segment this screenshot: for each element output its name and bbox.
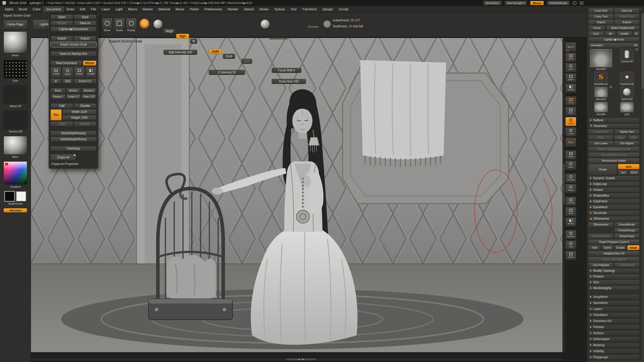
paste-tool-button[interactable]: Paste Tool bbox=[614, 14, 639, 19]
claypolish-section[interactable]: ClayPolish bbox=[588, 199, 639, 204]
xpose-button[interactable]: Xpose bbox=[565, 251, 576, 260]
rstr-button[interactable]: Rstr bbox=[628, 135, 639, 140]
doc-zoom-out-button[interactable]: Out bbox=[62, 79, 73, 84]
rotate-button[interactable]: Rotate bbox=[565, 184, 576, 193]
position-section[interactable]: Position bbox=[588, 274, 639, 279]
masking-section[interactable]: Masking bbox=[588, 343, 639, 348]
modify-topology-section[interactable]: Modify Topology bbox=[588, 268, 639, 273]
color-density-slider[interactable]: ColorDensity bbox=[614, 262, 639, 267]
zcut-toggle[interactable]: Zcut bbox=[242, 59, 252, 64]
arraymesh-section[interactable]: ArrayMesh bbox=[588, 294, 639, 299]
spix-slider[interactable]: SPix 3 bbox=[565, 42, 576, 52]
doc-delete-depth-button[interactable]: DeleteDepthHistory bbox=[51, 137, 96, 142]
doc-scroll-button[interactable]: Scroll bbox=[51, 67, 61, 78]
rgb-intensity-slider[interactable]: Rgb Intensity 100 bbox=[164, 50, 197, 55]
clone-button[interactable]: Clone bbox=[588, 25, 605, 30]
doc-save-as-startup-button[interactable]: Save As Startup Doc bbox=[51, 51, 96, 56]
dynamesh-section[interactable]: DynaMesh bbox=[588, 205, 639, 210]
tool-import-button[interactable]: Import bbox=[588, 20, 614, 25]
doc-zoom-slider[interactable]: Zoom 0.1 bbox=[74, 79, 96, 84]
doc-wsize-button[interactable]: WSize bbox=[83, 61, 96, 66]
default-zscript-button[interactable]: DefaultZScript bbox=[547, 1, 570, 5]
size-section[interactable]: Size bbox=[588, 280, 639, 285]
make-polymesh3d-button[interactable]: Make PolyMesh3D bbox=[606, 25, 639, 30]
solo-toggle[interactable]: Solo bbox=[565, 240, 576, 250]
qxyz-button[interactable]: Qxyz bbox=[565, 138, 576, 147]
tool-thumb-cylinder3d[interactable] bbox=[620, 49, 634, 60]
doc-zoom-button[interactable]: Zoom bbox=[62, 67, 73, 78]
menu-preferences[interactable]: Preferences bbox=[202, 6, 225, 12]
doc-range-slider[interactable]: Range 0 bbox=[51, 94, 65, 99]
quicksave-button[interactable]: QuickSave bbox=[483, 1, 502, 5]
main-color-swatch[interactable] bbox=[5, 191, 15, 201]
menu-document[interactable]: Document bbox=[43, 6, 64, 12]
material-circle-icon[interactable] bbox=[573, 1, 577, 5]
move-gyro-strip-button[interactable]: Move bbox=[565, 161, 576, 170]
doc-import-button[interactable]: Import bbox=[51, 36, 73, 41]
higher-res-button[interactable]: Higher Res bbox=[614, 129, 639, 134]
tool-thumb-polymesh3d[interactable]: ★ bbox=[620, 72, 634, 82]
del-higher-button[interactable]: Del Higher bbox=[614, 141, 639, 146]
load-tool-button[interactable]: Load Tool bbox=[588, 8, 614, 13]
m-toggle[interactable]: M bbox=[190, 39, 197, 44]
texture-thumbnail[interactable] bbox=[4, 111, 27, 129]
menu-transform[interactable]: Transform bbox=[299, 6, 319, 12]
divide-button[interactable]: Divide bbox=[588, 164, 617, 175]
doc-save-button[interactable]: Save bbox=[74, 15, 97, 20]
sculpt-viewport[interactable]: Export Screen Grab bbox=[31, 38, 563, 352]
doc-zapplink-button[interactable]: ZAppLink bbox=[51, 154, 76, 161]
deformation-section[interactable]: Deformation bbox=[588, 337, 639, 342]
alternate-button[interactable]: Alternate bbox=[4, 208, 27, 212]
tool-thumb-simplebrush[interactable]: S bbox=[594, 72, 608, 82]
see-through-slider[interactable]: See-through 0 bbox=[505, 1, 527, 5]
scale-gyro-button[interactable] bbox=[114, 18, 125, 29]
doc-paintstop-button[interactable]: PaintStop bbox=[51, 146, 96, 151]
doc-width-slider[interactable]: Width 2119 bbox=[62, 109, 96, 114]
zremesher-section[interactable]: ZRemesher bbox=[588, 216, 639, 221]
current-tool-button[interactable]: shurdak2. 49 bbox=[588, 43, 639, 48]
doc-zoom-in-button[interactable]: In bbox=[51, 79, 61, 84]
convert-bpr-button[interactable]: Convert BPR To Geo bbox=[588, 152, 639, 157]
copy-tool-button[interactable]: Copy Tool bbox=[588, 14, 614, 19]
goz-button[interactable]: GoZ bbox=[588, 31, 604, 36]
menu-marker[interactable]: Marker bbox=[140, 6, 155, 12]
current-brush-thumbnail[interactable] bbox=[4, 31, 27, 53]
adapt-toggle[interactable]: Adapt bbox=[627, 245, 640, 250]
doc-new-document-button[interactable]: New Document bbox=[51, 61, 82, 66]
gear-icon[interactable] bbox=[322, 19, 332, 29]
panel-scroll-handle[interactable] bbox=[642, 14, 643, 89]
zoom3d-button[interactable]: Zoom3D bbox=[565, 173, 576, 183]
menu-brush[interactable]: Brush bbox=[16, 6, 30, 12]
reuv-button[interactable]: ReUV bbox=[629, 170, 639, 175]
geometry-section[interactable]: Geometry bbox=[588, 123, 639, 128]
doc-center-slider[interactable]: Center 0.7 bbox=[66, 94, 81, 99]
menu-light[interactable]: Light bbox=[113, 6, 125, 12]
tool-export-button[interactable]: Export bbox=[614, 20, 639, 25]
canvas-vertical-scrollbar[interactable] bbox=[563, 38, 565, 352]
target-polygons-slider[interactable]: Target Polygons Count 5 bbox=[588, 239, 639, 244]
menu-movie[interactable]: Movie bbox=[173, 6, 187, 12]
aahalf-button[interactable]: AAHalf bbox=[565, 83, 576, 93]
tool-thumb-shurdak2-b[interactable] bbox=[594, 87, 608, 97]
doc-store-depth-button[interactable]: StoreDepthHistory bbox=[51, 131, 96, 136]
adaptive-size-slider[interactable]: AdaptiveSize 50 bbox=[588, 251, 639, 256]
scroll-button[interactable]: Scroll bbox=[565, 53, 576, 62]
z-intensity-slider[interactable]: Z Intensity 51 bbox=[209, 70, 245, 75]
doc-export-screen-grab-button[interactable]: Export Screen Grab bbox=[51, 42, 96, 47]
tool-item[interactable]: 72Cylinder3D bbox=[615, 49, 639, 70]
local-toggle[interactable]: Local bbox=[565, 117, 576, 126]
tool-thumb-shurdak2[interactable] bbox=[590, 49, 612, 67]
use-polypaint-toggle[interactable]: Use Polypaint bbox=[588, 262, 614, 267]
stroke-thumbnail[interactable] bbox=[4, 60, 27, 78]
del-lower-button[interactable]: Del Lower bbox=[588, 141, 614, 146]
menu-render[interactable]: Render bbox=[225, 6, 241, 12]
tool-thumb-sphere3d[interactable] bbox=[620, 87, 634, 97]
doc-pro-toggle[interactable]: Pro bbox=[51, 109, 62, 120]
tool-item[interactable]: yyyk bbox=[615, 102, 639, 116]
doc-double-button[interactable]: Double bbox=[74, 103, 97, 108]
menu-stencil[interactable]: Stencil bbox=[241, 6, 256, 12]
panel-scrollbar[interactable]: × bbox=[641, 6, 644, 362]
focal-shift-slider[interactable]: Focal Shift 0 bbox=[272, 68, 301, 73]
menu-file[interactable]: File bbox=[88, 6, 99, 12]
half-button[interactable]: Half bbox=[588, 245, 601, 250]
